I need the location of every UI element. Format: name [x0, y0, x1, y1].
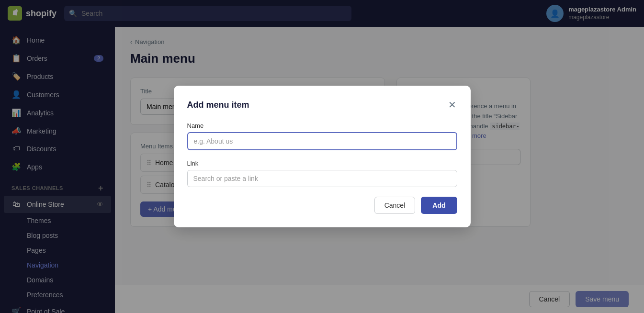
- modal-cancel-button[interactable]: Cancel: [374, 197, 416, 214]
- modal-add-button[interactable]: Add: [421, 197, 457, 214]
- modal-title: Add menu item: [187, 100, 249, 110]
- add-menu-item-modal: Add menu item ✕ Name Link Cancel Add: [174, 86, 471, 227]
- modal-name-input[interactable]: [187, 132, 457, 150]
- modal-name-label: Name: [187, 122, 457, 129]
- modal-header: Add menu item ✕: [187, 99, 457, 111]
- modal-footer: Cancel Add: [187, 197, 457, 214]
- modal-link-input[interactable]: [187, 170, 457, 187]
- modal-link-label: Link: [187, 160, 457, 167]
- modal-link-field: Link: [187, 160, 457, 187]
- modal-overlay: Add menu item ✕ Name Link Cancel Add: [0, 0, 644, 313]
- modal-close-button[interactable]: ✕: [447, 99, 457, 111]
- modal-name-field: Name: [187, 122, 457, 150]
